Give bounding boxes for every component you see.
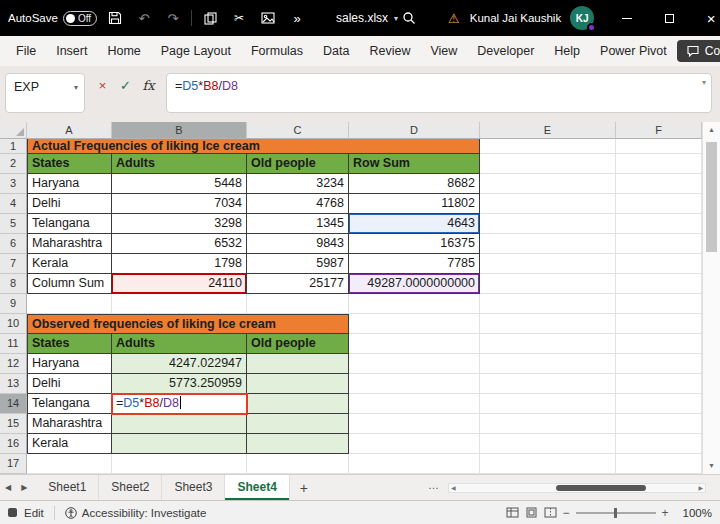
cell-C3[interactable]: 3234 xyxy=(247,174,349,194)
warning-icon[interactable]: ⚠ xyxy=(448,11,460,26)
cell-B15[interactable] xyxy=(112,414,247,434)
sheet-tab-sheet4[interactable]: Sheet4 xyxy=(225,475,289,500)
cell-E13[interactable] xyxy=(480,374,616,394)
cell-A2[interactable]: States xyxy=(27,154,112,174)
cell-C15[interactable] xyxy=(247,414,349,434)
search-button[interactable] xyxy=(398,6,420,30)
col-header-C[interactable]: C xyxy=(247,122,349,139)
col-header-A[interactable]: A xyxy=(27,122,112,139)
row-header-6[interactable]: 6 xyxy=(0,234,27,254)
row-header-2[interactable]: 2 xyxy=(0,154,27,174)
cell-A7[interactable]: Kerala xyxy=(27,254,112,274)
vertical-scroll-thumb[interactable] xyxy=(706,142,717,252)
cell-E11[interactable] xyxy=(480,334,616,354)
row-header-5[interactable]: 5 xyxy=(0,214,27,234)
cell-C4[interactable]: 4768 xyxy=(247,194,349,214)
cell-E4[interactable] xyxy=(480,194,616,214)
cell-D13[interactable] xyxy=(349,374,480,394)
prev-sheet-button[interactable]: ◀ xyxy=(0,483,16,492)
cell-E2[interactable] xyxy=(480,154,616,174)
vertical-scrollbar[interactable]: ▲ ▼ xyxy=(702,122,720,474)
cell-E9[interactable] xyxy=(480,294,616,314)
tab-overflow-icon[interactable]: … xyxy=(428,479,439,491)
cell-D16[interactable] xyxy=(349,434,480,454)
autosave-toggle[interactable]: AutoSave Off xyxy=(8,11,97,26)
cell-B3[interactable]: 5448 xyxy=(112,174,247,194)
cell-D6[interactable]: 16375 xyxy=(349,234,480,254)
insert-function-button[interactable]: fx xyxy=(138,78,159,93)
cell-C6[interactable]: 9843 xyxy=(247,234,349,254)
save-button[interactable] xyxy=(104,6,126,30)
col-header-E[interactable]: E xyxy=(480,122,616,139)
cell-D2[interactable]: Row Sum xyxy=(349,154,480,174)
col-header-D[interactable]: D xyxy=(349,122,480,139)
row-header-8[interactable]: 8 xyxy=(0,274,27,294)
ribbon-tab-insert[interactable]: Insert xyxy=(46,36,97,66)
cell-C17[interactable] xyxy=(247,454,349,474)
macro-record-icon[interactable] xyxy=(8,508,17,517)
next-sheet-button[interactable]: ▶ xyxy=(16,483,32,492)
undo-button[interactable]: ↶ xyxy=(133,6,155,30)
copy-button[interactable] xyxy=(199,6,221,30)
user-name[interactable]: Kunal Jai Kaushik xyxy=(470,12,561,24)
maximize-button[interactable] xyxy=(648,0,690,36)
cell-D12[interactable] xyxy=(349,354,480,374)
cell-A6[interactable]: Maharashtra xyxy=(27,234,112,254)
zoom-in-button[interactable]: + xyxy=(662,506,669,520)
cell-E10[interactable] xyxy=(480,314,616,334)
normal-view-button[interactable] xyxy=(506,507,519,518)
horizontal-scroll-thumb[interactable] xyxy=(556,485,646,491)
cell-F1[interactable] xyxy=(616,139,702,154)
ribbon-tab-home[interactable]: Home xyxy=(97,36,150,66)
cell-F17[interactable] xyxy=(616,454,702,474)
row-header-17[interactable]: 17 xyxy=(0,454,27,474)
cell-B2[interactable]: Adults xyxy=(112,154,247,174)
row-header-16[interactable]: 16 xyxy=(0,434,27,454)
scroll-left-icon[interactable]: ◀ xyxy=(451,484,456,492)
cell-B14[interactable]: =D5*B8/D8 xyxy=(112,394,247,414)
col-header-F[interactable]: F xyxy=(616,122,702,139)
cell-C2[interactable]: Old people xyxy=(247,154,349,174)
cell-D10[interactable] xyxy=(349,314,480,334)
picture-button[interactable] xyxy=(257,6,279,30)
cell-C9[interactable] xyxy=(247,294,349,314)
cell-F6[interactable] xyxy=(616,234,702,254)
zoom-slider-knob[interactable] xyxy=(614,508,617,518)
cell-E7[interactable] xyxy=(480,254,616,274)
cell-D11[interactable] xyxy=(349,334,480,354)
row-header-1[interactable]: 1 xyxy=(0,139,27,154)
cell-C12[interactable] xyxy=(247,354,349,374)
redo-button[interactable]: ↷ xyxy=(162,6,184,30)
cell-F4[interactable] xyxy=(616,194,702,214)
avatar[interactable]: KJ xyxy=(570,6,594,30)
cell-B4[interactable]: 7034 xyxy=(112,194,247,214)
document-title[interactable]: sales.xlsx ▾ xyxy=(336,11,398,25)
cell-B6[interactable]: 6532 xyxy=(112,234,247,254)
row-header-14[interactable]: 14 xyxy=(0,394,27,414)
cell-B8[interactable]: 24110 xyxy=(112,274,247,294)
cell-F11[interactable] xyxy=(616,334,702,354)
cell-A12[interactable]: Haryana xyxy=(27,354,112,374)
cell-F7[interactable] xyxy=(616,254,702,274)
sheet-tab-sheet2[interactable]: Sheet2 xyxy=(99,475,162,500)
comments-button[interactable]: Comments xyxy=(677,40,720,62)
page-layout-view-button[interactable] xyxy=(525,507,538,518)
cell-B5[interactable]: 3298 xyxy=(112,214,247,234)
cell-B17[interactable] xyxy=(112,454,247,474)
row-header-3[interactable]: 3 xyxy=(0,174,27,194)
cell-D8[interactable]: 49287.0000000000 xyxy=(349,274,480,294)
cell-D4[interactable]: 11802 xyxy=(349,194,480,214)
cell-F9[interactable] xyxy=(616,294,702,314)
ribbon-tab-review[interactable]: Review xyxy=(359,36,420,66)
cell-A1[interactable]: Actual Frequencies of liking Ice cream xyxy=(27,139,480,154)
add-sheet-button[interactable]: + xyxy=(290,480,318,496)
cell-D5[interactable]: 4643 xyxy=(349,214,480,234)
page-break-view-button[interactable] xyxy=(544,507,557,518)
minimize-button[interactable] xyxy=(606,0,648,36)
cell-A14[interactable]: Telangana xyxy=(27,394,112,414)
cell-E5[interactable] xyxy=(480,214,616,234)
col-header-B[interactable]: B xyxy=(112,122,247,139)
cell-D9[interactable] xyxy=(349,294,480,314)
select-all-button[interactable] xyxy=(0,122,27,139)
cell-C16[interactable] xyxy=(247,434,349,454)
